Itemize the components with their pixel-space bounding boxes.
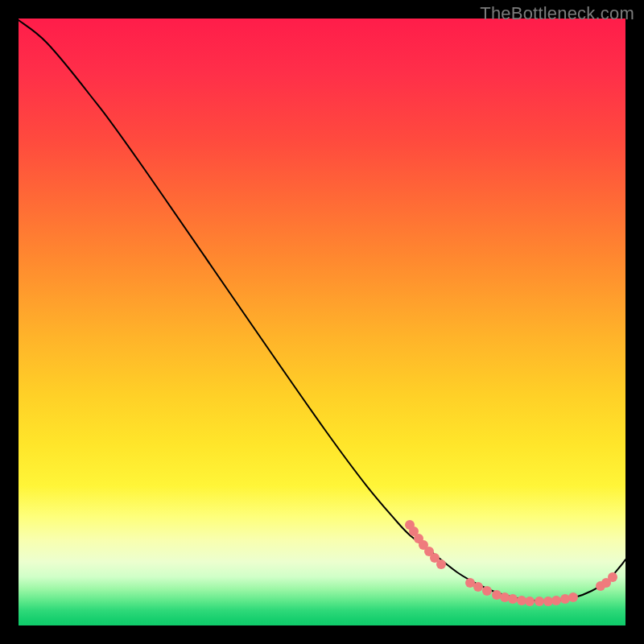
highlight-dot <box>560 594 570 604</box>
highlight-dot <box>473 582 483 592</box>
bottleneck-curve <box>19 20 625 601</box>
highlight-dot <box>608 572 617 582</box>
highlight-dot <box>436 559 446 569</box>
plot-area <box>19 19 625 625</box>
highlight-dot <box>500 592 510 602</box>
curve-layer <box>19 19 625 625</box>
highlight-dot <box>568 592 578 602</box>
highlight-dot <box>551 596 561 605</box>
highlight-dot <box>508 594 518 604</box>
highlight-dot <box>482 586 492 596</box>
chart-frame: TheBottleneck.com <box>0 0 644 644</box>
watermark-text: TheBottleneck.com <box>480 3 634 24</box>
highlight-dot <box>535 597 544 606</box>
highlight-dot <box>525 597 535 606</box>
